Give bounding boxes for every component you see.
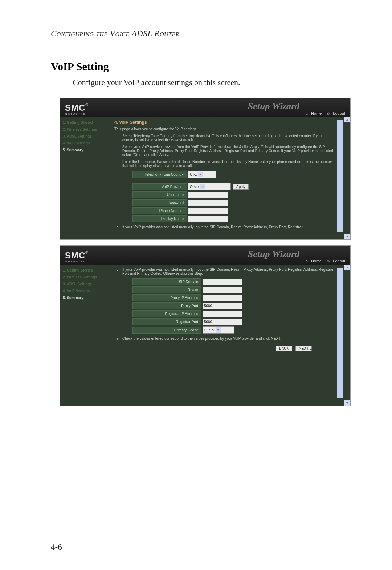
- wizard-title: Setup Wizard: [248, 101, 299, 112]
- page-number: 4-6: [51, 542, 62, 552]
- label-username: Username: [132, 191, 187, 198]
- step-c: Enter the Username, Password and Phone N…: [122, 160, 334, 168]
- input-realm[interactable]: [203, 287, 242, 293]
- apply-button[interactable]: Apply: [233, 184, 249, 190]
- chevron-down-icon: ▾: [216, 327, 221, 333]
- brand-subtitle: Networks: [65, 112, 89, 115]
- label-proxy-port: Proxy Port: [132, 302, 201, 309]
- label-registrar-port: Registrar Port: [132, 318, 201, 325]
- screenshot-voip-bottom: SMC® Networks Setup Wizard ⌂ Home ⎋ Logo…: [60, 246, 350, 406]
- sidebar-item-summary[interactable]: 5. Summary: [63, 148, 108, 152]
- label-proxy-ip: Proxy IP Address: [132, 294, 201, 301]
- doc-section-header: Configuring the Voice ADSL Router: [51, 29, 356, 38]
- sidebar-item-getting-started[interactable]: 1. Getting Started: [63, 121, 108, 125]
- sidebar-item-adsl[interactable]: 3. ADSL Settings: [63, 134, 108, 138]
- label-tone-country: Telephony Tone Country: [132, 171, 187, 178]
- sidebar-item-getting-started[interactable]: 1. Getting Started: [63, 268, 108, 272]
- home-link[interactable]: ⌂ Home: [303, 111, 322, 115]
- wizard-title: Setup Wizard: [248, 249, 299, 260]
- home-link[interactable]: ⌂ Home: [303, 259, 322, 263]
- brand-subtitle: Networks: [65, 260, 89, 263]
- wizard-sidebar: 1. Getting Started 2. Wireless Settings …: [60, 265, 111, 406]
- step-b: Select your VoIP service provider from t…: [122, 145, 334, 157]
- home-icon: ⌂: [305, 111, 308, 115]
- input-registrar-ip[interactable]: [203, 311, 242, 317]
- page-title: VoIP Setting: [51, 60, 356, 73]
- sidebar-item-summary[interactable]: 5. Summary: [63, 296, 108, 300]
- label-display-name: Display Name: [132, 215, 187, 222]
- scroll-up-icon[interactable]: ▴: [344, 265, 350, 270]
- scroll-up-icon[interactable]: ▴: [344, 117, 350, 122]
- label-voip-provider: VoIP Provider: [132, 183, 187, 190]
- select-voip-provider[interactable]: Other▾: [188, 183, 231, 190]
- step-d: If your VoIP provider was not listed man…: [122, 268, 334, 276]
- input-sip-domain[interactable]: [203, 279, 242, 285]
- label-registrar-ip: Registrar IP Address: [132, 310, 201, 317]
- step-a: Select Telephony Tone Country from the d…: [122, 134, 334, 142]
- input-proxy-port[interactable]: [203, 303, 242, 309]
- sidebar-item-wireless[interactable]: 2. Wireless Settings: [63, 127, 108, 131]
- sidebar-item-voip[interactable]: 4. VoIP Settings: [63, 289, 108, 293]
- select-tone-country[interactable]: U.K.▾: [188, 171, 216, 178]
- input-password[interactable]: [188, 200, 228, 206]
- app-header: SMC® Networks Setup Wizard ⌂ Home ⎋ Logo…: [60, 98, 350, 117]
- label-sip-domain: SIP Domain: [132, 278, 201, 285]
- screenshot-voip-top: SMC® Networks Setup Wizard ⌂ Home ⎋ Logo…: [60, 98, 350, 239]
- logout-link[interactable]: ⎋ Logout: [325, 111, 345, 115]
- label-realm: Realm: [132, 286, 201, 293]
- input-display-name[interactable]: [188, 216, 228, 222]
- brand-logo: SMC®: [65, 103, 89, 113]
- logout-icon: ⎋: [327, 259, 330, 263]
- sidebar-item-voip[interactable]: 4. VoIP Settings: [63, 141, 108, 145]
- chevron-down-icon: ▾: [198, 172, 203, 177]
- back-button[interactable]: BACK: [276, 346, 292, 351]
- logout-link[interactable]: ⎋ Logout: [325, 259, 345, 263]
- app-header: SMC® Networks Setup Wizard ⌂ Home ⎋ Logo…: [60, 246, 350, 265]
- content-title: 4. VoIP Settings: [114, 120, 334, 125]
- brand-logo: SMC®: [65, 251, 89, 260]
- doc-body-text: Configure your VoIP account settings on …: [73, 78, 356, 87]
- input-proxy-ip[interactable]: [203, 295, 242, 301]
- scroll-down-icon[interactable]: ▾: [344, 400, 350, 406]
- step-d-partial: If your VoIP provider was not listed man…: [122, 225, 303, 229]
- wizard-sidebar: 1. Getting Started 2. Wireless Settings …: [60, 117, 111, 239]
- home-icon: ⌂: [305, 259, 308, 263]
- step-e: Check the values entered correspond to t…: [122, 337, 281, 341]
- input-username[interactable]: [188, 192, 228, 198]
- logout-icon: ⎋: [327, 111, 330, 115]
- label-primary-codec: Primary Codec: [132, 327, 201, 334]
- cursor-icon: ↖: [309, 347, 314, 353]
- label-phone-number: Phone Number: [132, 207, 187, 214]
- sidebar-item-wireless[interactable]: 2. Wireless Settings: [63, 275, 108, 279]
- chevron-down-icon: ▾: [200, 184, 205, 189]
- input-registrar-port[interactable]: [203, 319, 242, 325]
- sidebar-item-adsl[interactable]: 3. ADSL Settings: [63, 282, 108, 286]
- scroll-down-icon[interactable]: ▾: [344, 234, 350, 239]
- content-intro: This page allows you to configure the Vo…: [114, 127, 334, 131]
- select-primary-codec[interactable]: G.729▾: [203, 326, 234, 334]
- input-phone-number[interactable]: [188, 208, 228, 214]
- label-password: Password: [132, 199, 187, 206]
